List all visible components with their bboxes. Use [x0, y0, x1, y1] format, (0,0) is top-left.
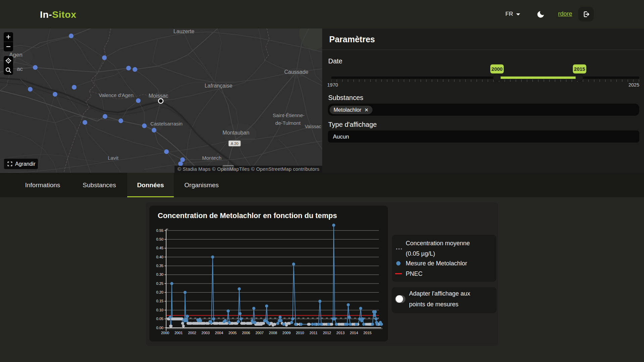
- svg-text:0.30: 0.30: [156, 272, 163, 276]
- svg-text:2007: 2007: [255, 331, 263, 335]
- svg-text:Montech: Montech: [202, 155, 221, 161]
- svg-text:0.25: 0.25: [156, 281, 163, 286]
- svg-text:2000: 2000: [161, 331, 169, 335]
- svg-text:0.55: 0.55: [156, 228, 163, 232]
- svg-text:0.00: 0.00: [156, 326, 163, 330]
- svg-text:0.35: 0.35: [156, 264, 163, 268]
- svg-text:A 20: A 20: [231, 142, 238, 146]
- svg-text:0.45: 0.45: [156, 246, 163, 250]
- svg-text:2006: 2006: [242, 331, 250, 335]
- svg-text:2010: 2010: [296, 331, 304, 335]
- svg-text:2013: 2013: [336, 331, 344, 335]
- svg-text:0.05: 0.05: [156, 317, 163, 321]
- svg-text:Valence d'Agen: Valence d'Agen: [99, 92, 134, 98]
- svg-text:2005: 2005: [229, 331, 237, 335]
- svg-text:0.20: 0.20: [156, 290, 163, 294]
- svg-text:de-Tulmont: de-Tulmont: [275, 120, 301, 126]
- svg-text:0.50: 0.50: [156, 237, 163, 241]
- svg-text:2003: 2003: [201, 331, 209, 335]
- svg-text:Saint-Étienne-: Saint-Étienne-: [273, 112, 304, 118]
- svg-text:Vaïssac: Vaïssac: [305, 124, 321, 129]
- svg-text:Lauzerte: Lauzerte: [174, 29, 194, 34]
- svg-text:Lafrançaise: Lafrançaise: [205, 83, 233, 89]
- svg-text:Montauban: Montauban: [222, 130, 249, 136]
- svg-text:0.15: 0.15: [156, 299, 163, 303]
- svg-text:2009: 2009: [283, 331, 291, 335]
- svg-text:Moissac: Moissac: [149, 93, 168, 99]
- svg-text:2001: 2001: [175, 331, 183, 335]
- svg-text:2004: 2004: [215, 331, 223, 335]
- svg-text:Caussade: Caussade: [284, 69, 308, 75]
- svg-text:2002: 2002: [188, 331, 196, 335]
- svg-text:0.40: 0.40: [156, 255, 163, 259]
- svg-text:2008: 2008: [269, 331, 277, 335]
- svg-text:2011: 2011: [309, 331, 317, 335]
- svg-text:0.10: 0.10: [156, 308, 163, 312]
- svg-text:2014: 2014: [350, 331, 358, 335]
- svg-text:Castelsarrasin: Castelsarrasin: [150, 121, 183, 126]
- svg-text:Lavit: Lavit: [108, 155, 119, 161]
- svg-text:2015: 2015: [363, 331, 371, 335]
- svg-text:2012: 2012: [323, 331, 331, 335]
- svg-text:ac: ac: [17, 66, 23, 72]
